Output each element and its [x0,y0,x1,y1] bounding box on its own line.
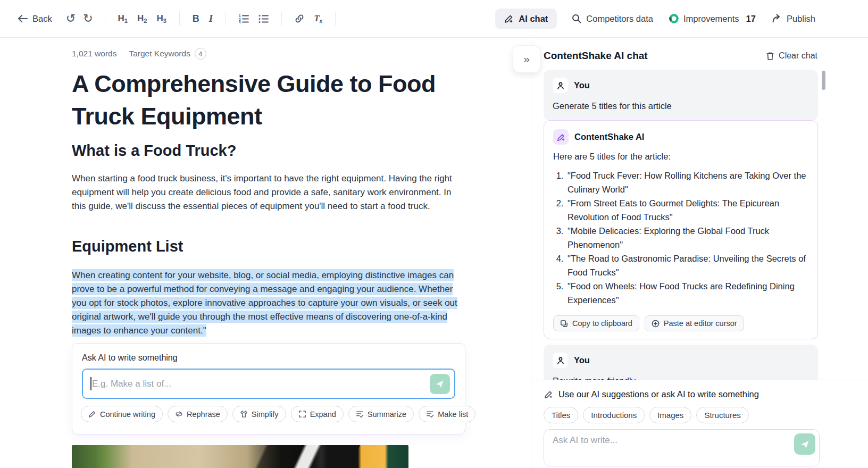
arrow-left-icon [18,14,28,23]
target-keywords-count-badge: 4 [195,48,206,60]
bullet-list-button[interactable] [258,14,269,23]
toolbar-divider [179,12,180,26]
message-author: You [574,80,590,90]
link-icon [295,14,304,23]
undo-button[interactable]: ↺ [66,13,76,24]
chat-input-wrap [544,429,820,466]
chat-panel-title: ContentShake AI chat [544,50,648,62]
expand-corners-icon [298,410,306,418]
continue-writing-button[interactable]: Continue writing [81,406,163,422]
clear-chat-button[interactable]: Clear chat [766,51,817,61]
summarize-button[interactable]: Summarize [348,406,414,422]
summarize-lines-icon [356,410,364,418]
bold-button[interactable]: B [193,13,199,24]
message-author: You [574,355,590,365]
paper-plane-icon [435,379,445,389]
rephrase-button[interactable]: Rephrase [168,406,228,422]
highlighted-paragraph[interactable]: When creating content for your website, … [72,269,466,338]
heading2-button[interactable]: H2 [137,13,147,24]
word-count: 1,021 words [72,49,116,59]
send-button[interactable] [430,374,450,394]
competitors-data-tab[interactable]: Competitors data [572,14,653,24]
inline-ai-write-card: Ask AI to write something Continue writi… [72,343,465,434]
clear-chat-label: Clear chat [779,51,817,61]
simplify-button[interactable]: Simplify [232,406,286,422]
ask-ai-label: Ask AI to write something [82,353,178,363]
suggestion-chip-introductions[interactable]: Introductions [583,407,645,423]
ordered-list-icon: 123 [239,14,249,23]
chevron-double-right-icon: » [523,53,530,65]
svg-text:3: 3 [239,21,241,23]
top-toolbar: Back ↺ ↻ H1 H2 H3 B I 123 Tx [0,0,868,38]
text-selection-highlight: When creating content for your website, … [72,269,457,337]
list-check-icon [426,410,434,418]
tshirt-icon [240,410,248,418]
plus-circle-icon [652,320,660,328]
ai-chat-tab[interactable]: AI chat [495,9,557,29]
suggested-title: "From Street Eats to Gourmet Delights: T… [566,196,808,224]
suggested-title: "Food Truck Fever: How Rolling Kitchens … [566,169,808,196]
ai-action-chips: Continue writing Rephrase Simplify Expan… [81,406,475,422]
link-button[interactable] [295,14,304,23]
message-author: ContentShake AI [574,132,644,142]
text-cursor [90,377,91,390]
expand-button[interactable]: Expand [291,406,344,422]
contentshake-chat-panel: » ContentShake AI chat Clear chat You Ge… [531,38,868,468]
chat-scrollbar-thumb[interactable] [822,71,825,90]
suggested-titles-list: "Food Truck Fever: How Rolling Kitchens … [566,169,808,307]
document-editor[interactable]: 1,021 words Target Keywords 4 A Comprehe… [0,38,531,468]
suggestion-chip-titles[interactable]: Titles [544,407,578,423]
chat-send-button[interactable] [794,433,815,455]
improvements-label: Improvements [683,14,739,24]
copy-to-clipboard-button[interactable]: Copy to clipboard [553,315,639,331]
target-keywords-label: Target Keywords [129,49,190,59]
copy-icon [560,320,568,328]
improvements-progress-icon [669,14,679,23]
toolbar-divider [105,12,105,26]
section-heading-what-is[interactable]: What is a Food Truck? [72,142,236,160]
collapse-panel-button[interactable]: » [513,45,540,73]
suggested-title: "Mobile Delicacies: Exploring the Global… [566,224,808,252]
ai-chat-label: AI chat [519,14,548,24]
suggested-title: "Food on Wheels: How Food Trucks are Red… [566,279,808,307]
paste-at-cursor-button[interactable]: Paste at editor cursor [645,315,744,331]
repeat-arrows-icon [175,410,183,418]
ai-pen-sparkle-icon [544,390,553,399]
make-list-button[interactable]: Make list [419,406,475,422]
improvements-count: 17 [746,14,756,24]
toolbar-divider [335,12,336,26]
ask-ai-input-wrap [82,369,455,399]
chat-input[interactable] [544,430,819,466]
suggestion-chip-structures[interactable]: Structures [696,407,748,423]
user-avatar [553,78,568,93]
section-heading-equipment-list[interactable]: Equipment List [72,238,183,255]
target-keywords[interactable]: Target Keywords 4 [129,48,206,60]
message-text: Generate 5 titles for this article [553,99,809,113]
toolbar-divider [226,12,226,26]
back-button[interactable]: Back [18,14,52,24]
suggestion-chip-images[interactable]: Images [649,407,691,423]
heading1-button[interactable]: H1 [118,13,128,24]
ordered-list-button[interactable]: 123 [239,14,249,23]
food-truck-photo [72,445,408,468]
toolbar-divider [281,12,282,26]
document-title[interactable]: A Comprehensive Guide to Food Truck Equi… [72,68,444,132]
bullet-list-icon [258,14,269,23]
intro-paragraph[interactable]: When starting a food truck business, it'… [72,172,465,213]
ai-intro-text: Here are 5 titles for the article: [553,152,808,162]
ai-pen-sparkle-icon [504,14,514,23]
back-label: Back [32,14,52,24]
share-arrow-icon [772,14,782,23]
italic-button[interactable]: I [209,13,213,24]
heading3-button[interactable]: H3 [156,13,166,24]
clear-formatting-button[interactable]: Tx [314,13,322,24]
user-message: You Generate 5 titles for this article [544,70,818,121]
paper-plane-icon [800,439,810,449]
chat-input-section: Use our AI suggestions or ask AI to writ… [531,380,868,468]
ask-ai-input[interactable] [83,370,454,398]
contentshake-ai-icon [553,129,569,145]
redo-button[interactable]: ↻ [83,13,93,24]
improvements-tab[interactable]: Improvements 17 [669,14,756,24]
publish-button[interactable]: Publish [772,14,815,24]
ai-message: ContentShake AI Here are 5 titles for th… [544,120,818,339]
